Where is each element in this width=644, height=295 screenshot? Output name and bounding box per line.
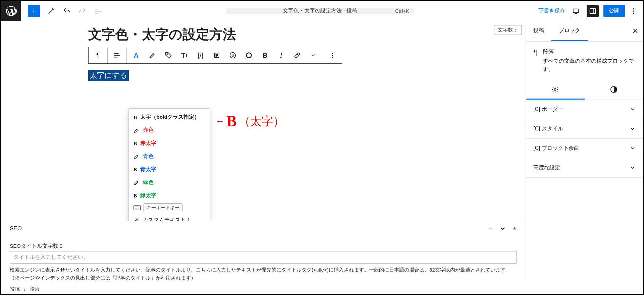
italic-icon[interactable]: I bbox=[273, 47, 289, 63]
options-icon[interactable] bbox=[630, 7, 638, 15]
text-color-icon[interactable]: A bbox=[128, 47, 144, 63]
seo-down-icon[interactable] bbox=[499, 225, 506, 232]
post-title[interactable]: 文字色・太字の設定方法 bbox=[88, 25, 516, 44]
svg-rect-10 bbox=[114, 57, 117, 58]
format-green-bold[interactable]: B 緑太字 bbox=[129, 189, 210, 202]
panel-advanced[interactable]: 高度な設定 bbox=[526, 158, 643, 178]
panel-style[interactable]: [C] スタイル bbox=[526, 119, 643, 139]
breadcrumb-paragraph[interactable]: 段落 bbox=[30, 286, 40, 292]
svg-rect-4 bbox=[590, 8, 596, 13]
svg-rect-2 bbox=[95, 13, 98, 13]
command-palette[interactable]: 文字色・太字の設定方法 · 投稿 Ctrl+K bbox=[226, 8, 414, 14]
annotation-overlay: ← B B （太字） （太字） bbox=[216, 112, 284, 130]
seo-heading: SEO bbox=[10, 225, 22, 232]
redo-icon[interactable] bbox=[78, 7, 86, 15]
svg-point-17 bbox=[332, 55, 333, 56]
top-left-tools bbox=[21, 5, 102, 17]
tab-block[interactable]: ブロック bbox=[551, 21, 588, 41]
svg-point-6 bbox=[633, 10, 634, 12]
breadcrumb-post[interactable]: 投稿 bbox=[10, 286, 20, 292]
tab-post[interactable]: 投稿 bbox=[526, 21, 551, 41]
top-right-tools: 下書き保存 公開 bbox=[538, 5, 643, 17]
seo-title-input[interactable]: タイトルを入力してください。 bbox=[10, 251, 517, 263]
svg-point-18 bbox=[332, 57, 333, 58]
highlight-icon[interactable] bbox=[144, 47, 160, 63]
document-outline-icon[interactable] bbox=[94, 7, 102, 15]
block-options-icon[interactable] bbox=[324, 47, 340, 63]
svg-rect-0 bbox=[95, 9, 99, 9]
format-blue-bold[interactable]: B 青太字 bbox=[129, 163, 210, 176]
tools-icon[interactable] bbox=[47, 7, 55, 15]
svg-rect-9 bbox=[114, 55, 120, 56]
seo-collapse-icon[interactable] bbox=[512, 226, 517, 231]
svg-rect-1 bbox=[95, 11, 101, 11]
circle-s-icon[interactable]: S bbox=[225, 47, 241, 63]
svg-point-7 bbox=[633, 12, 634, 14]
font-size-icon[interactable]: TT bbox=[176, 47, 193, 63]
shortcode-icon[interactable]: [/] bbox=[193, 47, 209, 63]
block-info: ¶ 段落 すべての文章の基本の構成ブロックです。 bbox=[526, 42, 643, 80]
svg-point-15 bbox=[247, 53, 252, 58]
svg-rect-8 bbox=[114, 53, 119, 54]
format-keyboard-key[interactable]: キーボードキー bbox=[133, 203, 205, 212]
wordpress-logo[interactable] bbox=[1, 1, 21, 21]
svg-text:S: S bbox=[232, 54, 234, 57]
command-shortcut: Ctrl+K bbox=[395, 8, 409, 14]
block-description: すべての文章の基本の構成ブロックです。 bbox=[543, 57, 636, 74]
svg-point-11 bbox=[167, 54, 167, 54]
svg-rect-3 bbox=[573, 9, 579, 12]
preview-button[interactable] bbox=[570, 5, 582, 17]
seo-description-text: 検索エンジンに表示させたいタイトルを入力してください。記事のタイトルより、こちら… bbox=[10, 266, 517, 282]
svg-point-5 bbox=[633, 8, 634, 9]
close-sidebar-icon[interactable]: ✕ bbox=[632, 27, 638, 36]
settings-sidebar: 投稿 ブロック ✕ ¶ 段落 すべての文章の基本の構成ブロックです。 [C] ボ… bbox=[526, 21, 643, 284]
add-block-button[interactable] bbox=[28, 5, 40, 17]
template-icon[interactable] bbox=[209, 47, 225, 63]
panel-border[interactable]: [C] ボーダー bbox=[526, 100, 643, 119]
svg-point-20 bbox=[554, 88, 556, 91]
editor-canvas: 文字数： 文字色・太字の設定方法 ¶ A bbox=[1, 21, 526, 284]
breadcrumb: 投稿 › 段落 bbox=[1, 284, 643, 294]
svg-rect-19 bbox=[134, 206, 141, 210]
document-title: 文字色・太字の設定方法 · 投稿 bbox=[283, 7, 357, 14]
top-toolbar: 文字色・太字の設定方法 · 投稿 Ctrl+K 下書き保存 公開 bbox=[1, 1, 643, 21]
settings-tab-settings-icon[interactable] bbox=[526, 80, 585, 100]
save-draft-button[interactable]: 下書き保存 bbox=[538, 7, 565, 14]
block-toolbar: ¶ A TT [/] bbox=[88, 47, 342, 64]
format-red[interactable]: 赤色 bbox=[129, 124, 210, 137]
link-icon[interactable] bbox=[289, 47, 305, 63]
tag-icon[interactable] bbox=[160, 47, 176, 63]
block-name: 段落 bbox=[543, 48, 636, 56]
settings-tab-styles-icon[interactable] bbox=[585, 80, 643, 100]
format-red-bold[interactable]: B 赤太字 bbox=[129, 137, 210, 150]
undo-icon[interactable] bbox=[63, 7, 71, 15]
circle-icon[interactable] bbox=[241, 47, 257, 63]
more-chevron-icon[interactable] bbox=[305, 47, 321, 63]
paragraph-block-icon[interactable]: ¶ bbox=[90, 47, 106, 63]
settings-sidebar-button[interactable] bbox=[587, 5, 599, 17]
seo-up-icon[interactable] bbox=[487, 226, 493, 232]
seo-title-count: SEOタイトル文字数:0 bbox=[10, 243, 517, 250]
svg-point-16 bbox=[332, 53, 333, 54]
title-bar: 文字色・太字の設定方法 · 投稿 Ctrl+K bbox=[102, 8, 538, 14]
panel-margin[interactable]: [C] ブロック下余白 bbox=[526, 139, 643, 158]
selected-paragraph-text[interactable]: 太字にする bbox=[88, 70, 129, 81]
seo-panel: SEO SEOタイトル文字数:0 タイトルを入力してください。 検索エンジンに表… bbox=[1, 221, 526, 284]
align-icon[interactable] bbox=[109, 47, 125, 63]
format-blue[interactable]: 青色 bbox=[129, 150, 210, 163]
bold-icon[interactable]: B bbox=[257, 47, 273, 63]
format-green[interactable]: 緑色 bbox=[129, 176, 210, 189]
format-bold-class[interactable]: B 太字（boldクラス指定） bbox=[129, 111, 210, 124]
publish-button[interactable]: 公開 bbox=[603, 5, 625, 17]
